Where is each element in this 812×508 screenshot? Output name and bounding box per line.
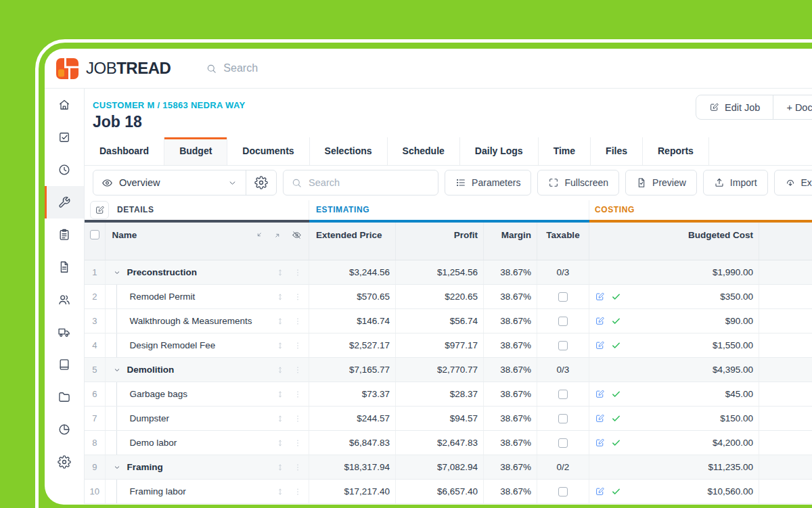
taxable-cell[interactable]: 0/3	[537, 358, 589, 382]
row-menu-icon[interactable]	[293, 292, 302, 302]
taxable-checkbox[interactable]	[558, 390, 568, 399]
taxable-cell[interactable]	[537, 407, 589, 430]
edit-cost-icon[interactable]	[595, 389, 605, 399]
profit-cell[interactable]: $6,657.40	[396, 480, 484, 503]
drag-handle-icon[interactable]	[275, 487, 285, 497]
sidebar-item-gear[interactable]	[45, 446, 84, 478]
drag-handle-icon[interactable]	[275, 438, 285, 448]
profit-cell[interactable]: $94.57	[396, 407, 484, 430]
eye-slash-icon[interactable]	[292, 230, 302, 260]
margin-cell[interactable]: 38.67%	[484, 407, 537, 430]
tab-time[interactable]: Time	[539, 137, 591, 165]
taxable-cell[interactable]	[537, 285, 589, 308]
taxable-checkbox[interactable]	[558, 438, 568, 448]
name-cell[interactable]: Demo labor	[106, 431, 310, 455]
global-search[interactable]: Search	[206, 62, 258, 74]
taxable-checkbox[interactable]	[558, 292, 568, 302]
tab-daily-logs[interactable]: Daily Logs	[460, 137, 539, 165]
item-name[interactable]: Remodel Permit	[130, 292, 196, 302]
taxable-cell[interactable]	[537, 309, 589, 333]
profit-cell[interactable]: $7,082.94	[396, 455, 484, 479]
name-cell[interactable]: Dumpster	[106, 407, 310, 430]
tab-selections[interactable]: Selections	[310, 137, 388, 165]
sidebar-item-pie-chart[interactable]	[45, 413, 84, 446]
new-document-button[interactable]: + Docu	[773, 95, 812, 119]
edit-cost-icon[interactable]	[595, 292, 605, 302]
sidebar-item-home[interactable]	[45, 89, 84, 121]
profit-cell[interactable]: $2,647.83	[396, 431, 484, 455]
tab-documents[interactable]: Documents	[227, 137, 309, 165]
row-menu-icon[interactable]	[293, 390, 302, 399]
extended-price-cell[interactable]: $3,244.56	[309, 260, 396, 284]
extended-price-cell[interactable]: $570.65	[309, 285, 396, 308]
extended-price-cell[interactable]: $18,317.94	[309, 455, 396, 479]
expand-all-icon[interactable]	[273, 230, 283, 260]
sidebar-item-truck[interactable]	[45, 316, 84, 348]
name-cell[interactable]: Framing labor	[106, 480, 310, 503]
edit-cost-icon[interactable]	[595, 413, 605, 423]
chevron-down-icon[interactable]	[112, 463, 122, 472]
budgeted-cost-cell[interactable]: $150.00	[589, 407, 759, 430]
margin-cell[interactable]: 38.67%	[484, 382, 537, 406]
margin-cell[interactable]: 38.67%	[484, 455, 537, 479]
extended-price-cell[interactable]: $244.57	[309, 407, 396, 430]
extended-price-cell[interactable]: $146.74	[309, 309, 396, 333]
chevron-down-icon[interactable]	[112, 268, 122, 277]
chevron-down-icon[interactable]	[112, 365, 122, 375]
edit-cost-icon[interactable]	[595, 486, 605, 497]
drag-handle-icon[interactable]	[275, 317, 285, 326]
item-name[interactable]: Demolition	[127, 365, 175, 375]
taxable-cell[interactable]: 0/2	[537, 455, 589, 479]
row-menu-icon[interactable]	[293, 414, 302, 423]
drag-handle-icon[interactable]	[275, 463, 285, 472]
row-menu-icon[interactable]	[293, 365, 302, 375]
drag-handle-icon[interactable]	[275, 268, 285, 277]
item-name[interactable]: Framing labor	[130, 486, 186, 497]
budgeted-cost-cell[interactable]: $4,395.00	[589, 358, 759, 382]
tab-budget[interactable]: Budget	[164, 137, 227, 165]
budgeted-cost-cell[interactable]: $45.00	[589, 382, 759, 406]
tab-schedule[interactable]: Schedule	[388, 137, 460, 165]
drag-handle-icon[interactable]	[275, 390, 285, 399]
margin-cell[interactable]: 38.67%	[484, 431, 537, 455]
margin-cell[interactable]: 38.67%	[484, 358, 537, 382]
budgeted-cost-cell[interactable]: $1,990.00	[589, 260, 759, 284]
edit-cost-icon[interactable]	[595, 438, 605, 448]
sidebar-item-users[interactable]	[45, 283, 84, 316]
row-menu-icon[interactable]	[293, 268, 302, 277]
item-name[interactable]: Walkthrough & Measurements	[130, 316, 252, 326]
budgeted-cost-cell[interactable]: $11,235.00	[589, 455, 759, 479]
taxable-checkbox[interactable]	[558, 341, 568, 350]
taxable-checkbox[interactable]	[558, 317, 568, 326]
name-cell[interactable]: Garbage bags	[106, 382, 310, 406]
sidebar-item-clock[interactable]	[45, 154, 84, 186]
row-menu-icon[interactable]	[293, 487, 302, 497]
edit-columns-button[interactable]	[90, 201, 109, 219]
parameters-button[interactable]: Parameters	[445, 170, 531, 195]
margin-cell[interactable]: 38.67%	[484, 285, 537, 308]
profit-cell[interactable]: $56.74	[396, 309, 484, 333]
import-button[interactable]: Import	[703, 170, 768, 195]
taxable-checkbox[interactable]	[558, 414, 568, 423]
sidebar-item-file[interactable]	[45, 251, 84, 283]
extended-price-cell[interactable]: $17,217.40	[309, 480, 396, 503]
view-selector[interactable]: Overview	[93, 177, 246, 189]
edit-job-button[interactable]: Edit Job	[696, 95, 773, 119]
drag-handle-icon[interactable]	[275, 365, 285, 375]
name-cell[interactable]: Preconstruction	[106, 260, 310, 284]
extended-price-cell[interactable]: $7,165.77	[309, 358, 396, 382]
view-settings-button[interactable]	[246, 170, 276, 195]
sidebar-item-wrench[interactable]	[45, 186, 84, 218]
sidebar-item-book[interactable]	[45, 348, 84, 381]
profit-cell[interactable]: $977.17	[396, 333, 484, 357]
budgeted-cost-cell[interactable]: $90.00	[589, 309, 759, 333]
profit-cell[interactable]: $2,770.77	[396, 358, 484, 382]
name-cell[interactable]: Demolition	[106, 358, 310, 382]
sidebar-item-check-square[interactable]	[45, 121, 84, 154]
item-name[interactable]: Dumpster	[130, 413, 170, 423]
margin-cell[interactable]: 38.67%	[484, 480, 537, 503]
select-all-checkbox[interactable]	[90, 230, 99, 239]
budgeted-cost-cell[interactable]: $350.00	[589, 285, 759, 308]
name-cell[interactable]: Framing	[106, 455, 310, 479]
taxable-cell[interactable]	[537, 431, 589, 455]
